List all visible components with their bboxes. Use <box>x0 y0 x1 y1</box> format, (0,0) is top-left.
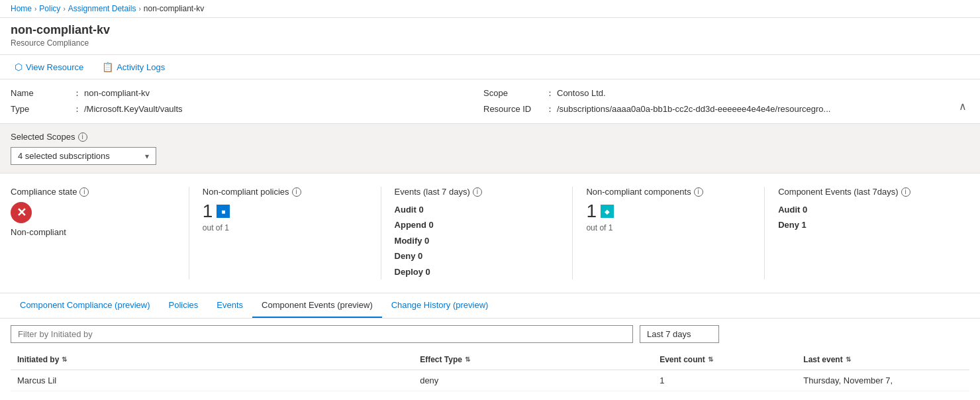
compliance-state-label-text: Compliance state <box>11 187 77 197</box>
non-compliant-components-number: 1 <box>586 202 597 221</box>
events-append-value: 0 <box>429 220 434 230</box>
stat-compliance-state: Compliance state i ✕ Non-compliant <box>11 187 189 279</box>
col-header-initiated[interactable]: Initiated by ⇅ <box>11 350 413 370</box>
info-type-value: /Microsoft.KeyVault/vaults <box>84 104 183 114</box>
info-resource-id-row: Resource ID ： /subscriptions/aaaa0a0a-bb… <box>483 103 930 115</box>
component-events-deny-label: Deny <box>778 220 799 230</box>
breadcrumb-home[interactable]: Home <box>11 4 32 13</box>
non-compliant-policies-info-icon[interactable]: i <box>292 187 301 197</box>
activity-logs-icon: 📋 <box>102 62 113 72</box>
events-label-text: Events (last 7 days) <box>395 187 470 197</box>
tab-change-history[interactable]: Change History (preview) <box>382 293 498 318</box>
tabs: Component Compliance (preview) Policies … <box>0 293 980 319</box>
non-compliant-components-label-text: Non-compliant components <box>586 187 691 197</box>
breadcrumb-policy[interactable]: Policy <box>39 4 60 13</box>
component-events-deny-value: 1 <box>802 220 807 230</box>
component-events-audit-row: Audit 0 <box>778 202 943 217</box>
events-deny-row: Deny 0 <box>395 248 560 264</box>
non-compliant-policies-sub: out of 1 <box>203 223 368 232</box>
activity-logs-button[interactable]: 📋 Activity Logs <box>98 59 169 75</box>
toolbar: ⬡ View Resource 📋 Activity Logs <box>0 55 980 79</box>
col-header-effect[interactable]: Effect Type ⇅ <box>413 350 653 370</box>
tab-policies[interactable]: Policies <box>160 293 208 318</box>
events-audit-value: 0 <box>418 205 423 215</box>
col-header-last[interactable]: Last event ⇅ <box>797 350 969 370</box>
component-events-info-icon[interactable]: i <box>901 187 910 197</box>
info-name-row: Name ： non-compliant-kv <box>11 87 457 99</box>
breadcrumb: Home › Policy › Assignment Details › non… <box>0 0 980 18</box>
info-type-label: Type <box>11 104 70 114</box>
table-section: Last 7 days Initiated by ⇅ Effect Type ⇅ <box>0 319 980 391</box>
view-resource-button[interactable]: ⬡ View Resource <box>11 59 87 75</box>
compliance-state-info-icon[interactable]: i <box>79 187 89 197</box>
sort-icon-effect: ⇅ <box>465 356 470 363</box>
sort-icon-initiated: ⇅ <box>62 356 67 363</box>
scopes-dropdown-value: 4 selected subscriptions <box>18 151 110 161</box>
breadcrumb-sep-3: › <box>138 5 140 13</box>
breadcrumb-assignment-details[interactable]: Assignment Details <box>68 4 136 13</box>
breadcrumb-sep-2: › <box>63 5 65 13</box>
table-row[interactable]: Marcus Lil deny 1 Thursday, November 7, <box>11 370 969 391</box>
stats-section: Compliance state i ✕ Non-compliant Non-c… <box>0 174 980 293</box>
component-events-audit-label: Audit <box>778 205 800 215</box>
events-deploy-label: Deploy <box>395 267 423 277</box>
non-compliant-policies-label: Non-compliant policies i <box>203 187 368 197</box>
non-compliant-components-value: 1 ◆ <box>586 202 751 221</box>
events-info-icon[interactable]: i <box>473 187 482 197</box>
events-modify-label: Modify <box>395 236 422 246</box>
info-sep-2: ： <box>73 103 81 115</box>
events-deploy-row: Deploy 0 <box>395 264 560 279</box>
filter-row: Last 7 days <box>11 319 969 350</box>
stat-events: Events (last 7 days) i Audit 0 Append 0 … <box>395 187 573 279</box>
tab-component-compliance[interactable]: Component Compliance (preview) <box>11 293 160 318</box>
col-header-count[interactable]: Event count ⇅ <box>653 350 797 370</box>
non-compliant-components-info-icon[interactable]: i <box>694 187 703 197</box>
non-compliant-policies-value: 1 ■ <box>203 202 368 221</box>
events-deny-value: 0 <box>418 251 422 261</box>
events-deny-label: Deny <box>395 251 416 261</box>
info-scope-label: Scope <box>483 88 543 98</box>
stat-non-compliant-components: Non-compliant components i 1 ◆ out of 1 <box>586 187 765 279</box>
view-resource-icon: ⬡ <box>15 62 23 72</box>
view-resource-label: View Resource <box>26 62 83 72</box>
scopes-label: Selected Scopes i <box>11 132 969 142</box>
non-compliant-components-sub: out of 1 <box>586 223 751 232</box>
info-type-row: Type ： /Microsoft.KeyVault/vaults <box>11 103 457 115</box>
table-header-row: Initiated by ⇅ Effect Type ⇅ Event count… <box>11 350 969 370</box>
info-sep-3: ： <box>546 87 554 99</box>
events-modify-row: Modify 0 <box>395 233 560 248</box>
sort-icon-count: ⇅ <box>708 356 713 363</box>
non-compliant-icon: ✕ <box>11 202 32 223</box>
component-events-audit-value: 0 <box>803 205 807 215</box>
component-events-label-text: Component Events (last 7days) <box>778 187 898 197</box>
non-compliant-components-label: Non-compliant components i <box>586 187 751 197</box>
chevron-down-icon: ▾ <box>145 152 149 161</box>
collapse-button[interactable]: ∧ <box>956 97 969 115</box>
tab-events[interactable]: Events <box>207 293 252 318</box>
events-table: Initiated by ⇅ Effect Type ⇅ Event count… <box>11 350 969 391</box>
scopes-info-icon[interactable]: i <box>78 132 87 142</box>
filter-input[interactable] <box>11 325 633 343</box>
info-right: Scope ： Contoso Ltd. Resource ID ： /subs… <box>483 87 930 115</box>
tab-component-events[interactable]: Component Events (preview) <box>252 293 382 318</box>
date-filter[interactable]: Last 7 days <box>640 325 719 343</box>
breadcrumb-current: non-compliant-kv <box>144 4 204 13</box>
non-compliant-policies-label-text: Non-compliant policies <box>203 187 289 197</box>
component-events-list: Audit 0 Deny 1 <box>778 202 943 233</box>
events-label: Events (last 7 days) i <box>395 187 560 197</box>
info-name-value: non-compliant-kv <box>84 88 150 98</box>
info-resource-id-value: /subscriptions/aaaa0a0a-bb1b-cc2c-dd3d-e… <box>557 104 830 114</box>
events-audit-row: Audit 0 <box>395 202 560 217</box>
cell-last: Thursday, November 7, <box>797 370 969 391</box>
events-append-row: Append 0 <box>395 217 560 232</box>
component-events-label: Component Events (last 7days) i <box>778 187 943 197</box>
info-scope-row: Scope ： Contoso Ltd. <box>483 87 930 99</box>
policy-icon: ■ <box>217 205 230 218</box>
cell-initiated: Marcus Lil <box>11 370 413 391</box>
scopes-dropdown[interactable]: 4 selected subscriptions ▾ <box>11 147 156 165</box>
info-left: Name ： non-compliant-kv Type ： /Microsof… <box>11 87 457 115</box>
info-sep-1: ： <box>73 87 81 99</box>
component-events-deny-row: Deny 1 <box>778 217 943 232</box>
events-audit-label: Audit <box>395 205 416 215</box>
scopes-label-text: Selected Scopes <box>11 132 75 142</box>
